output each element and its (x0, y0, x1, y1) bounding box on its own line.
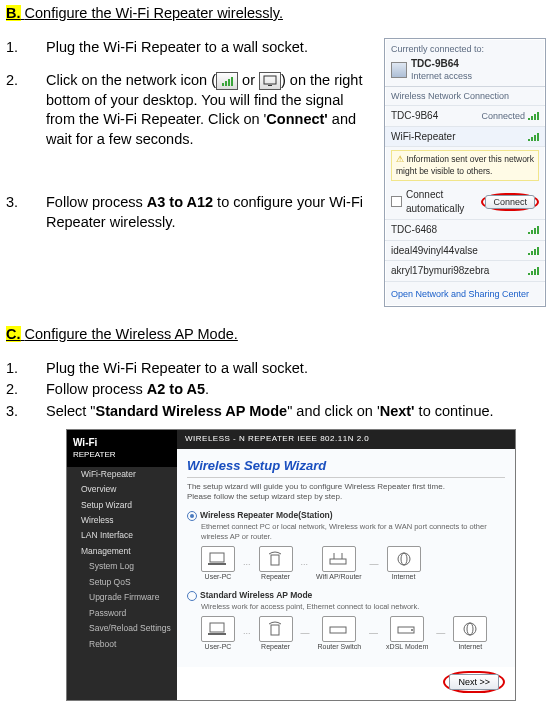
primary-network-status: Internet access (411, 70, 539, 82)
network-flyout: Currently connected to: TDC-9B64 Interne… (384, 38, 546, 308)
section-c-title: C. Configure the Wireless AP Mode. (6, 325, 546, 345)
wireless-section-label: Wireless Network Connection (385, 87, 545, 106)
step-c3: 3. Select "Standard Wireless AP Mode" an… (6, 402, 546, 422)
svg-rect-11 (208, 633, 226, 635)
signal-bars-icon (528, 226, 539, 234)
wifi-item-repeater[interactable]: WiFi-Repeater (385, 127, 545, 148)
svg-rect-3 (208, 563, 226, 565)
sidebar-item[interactable]: WiFi-Repeater (67, 467, 177, 482)
repeater-icon (259, 546, 293, 572)
svg-rect-10 (210, 623, 224, 632)
signal-bars-icon (216, 72, 238, 90)
primary-network-name: TDC-9B64 (411, 57, 539, 71)
step-b1: 1. Plug the Wi-Fi Repeater to a wall soc… (6, 38, 374, 58)
security-warning: ⚠ Information sent over this network mig… (391, 150, 539, 181)
svg-point-9 (401, 553, 407, 565)
signal-bars-icon (528, 112, 539, 120)
wifi-item-other[interactable]: ideal49vinyl44valse (385, 241, 545, 262)
sidebar-item[interactable]: LAN Interface (67, 528, 177, 543)
step-c1: 1. Plug the Wi-Fi Repeater to a wall soc… (6, 359, 546, 379)
sidebar-item[interactable]: Setup Wizard (67, 498, 177, 513)
section-b-text: Configure the Wi-Fi Repeater wirelessly. (25, 5, 283, 21)
mode-ap[interactable]: Standard Wireless AP Mode Wireless work … (187, 589, 505, 611)
signal-bars-icon (528, 247, 539, 255)
sidebar-subitem[interactable]: Password (67, 606, 177, 621)
step-c2: 2. Follow process A2 to A5. (6, 380, 546, 400)
signal-bars-icon (528, 267, 539, 275)
radio-icon[interactable] (187, 591, 197, 601)
diagram-row-2: User-PC ··· Repeater — Router Switch — x… (201, 616, 505, 651)
svg-rect-12 (271, 625, 279, 635)
svg-rect-4 (271, 555, 279, 565)
sidebar-subitem[interactable]: Save/Reload Settings (67, 621, 177, 636)
sidebar-item[interactable]: Overview (67, 482, 177, 497)
diagram-row-1: User-PC ··· Repeater ··· Wifi AP/Router … (201, 546, 505, 581)
mode-repeater[interactable]: Wireless Repeater Mode(Station) Ethernet… (187, 509, 505, 542)
auto-connect-checkbox[interactable] (391, 196, 402, 207)
switch-icon (322, 616, 356, 642)
svg-point-17 (467, 623, 473, 635)
sidebar-subitem[interactable]: System Log (67, 559, 177, 574)
radio-icon[interactable] (187, 511, 197, 521)
sidebar-item[interactable]: Wireless (67, 513, 177, 528)
sidebar-subitem[interactable]: Reboot (67, 637, 177, 652)
svg-point-8 (398, 553, 410, 565)
wizard-screenshot: Wi-Fi REPEATER WiFi-Repeater Overview Se… (66, 429, 516, 701)
wizard-header-bar: WIRELESS - N REPEATER IEEE 802.11N 2.0 (177, 430, 515, 449)
wizard-desc: The setup wizard will guide you to confi… (187, 482, 505, 504)
section-c-tag: C. (6, 326, 21, 342)
repeater-icon (259, 616, 293, 642)
section-b-tag: B. (6, 5, 21, 21)
laptop-icon (201, 546, 235, 572)
router-icon (322, 546, 356, 572)
globe-icon (387, 546, 421, 572)
sidebar-subitem[interactable]: Setup QoS (67, 575, 177, 590)
svg-rect-5 (330, 559, 346, 564)
wifi-item-connected[interactable]: TDC-9B64 Connected (385, 106, 545, 127)
laptop-icon (201, 616, 235, 642)
shield-icon: ⚠ (396, 154, 406, 164)
wifi-repeater-logo: Wi-Fi REPEATER (67, 430, 177, 466)
svg-rect-13 (330, 627, 346, 633)
connect-row: Connect automatically Connect (385, 184, 545, 220)
sidebar-subitem[interactable]: Upgrade Firmware (67, 590, 177, 605)
wifi-item-other[interactable]: TDC-6468 (385, 220, 545, 241)
step-b3: 3. Follow process A3 to A12 to configure… (6, 193, 374, 232)
svg-rect-0 (264, 76, 276, 84)
highlight-oval: Next >> (443, 671, 505, 693)
section-b-title: B. Configure the Wi-Fi Repeater wireless… (6, 4, 546, 24)
svg-rect-2 (210, 553, 224, 562)
highlight-oval: Connect (481, 193, 539, 211)
signal-bars-icon (528, 133, 539, 141)
modem-icon (390, 616, 424, 642)
monitor-icon (259, 72, 281, 90)
sidebar-item[interactable]: Management (67, 544, 177, 559)
wifi-item-other[interactable]: akryl17bymuri98zebra (385, 261, 545, 282)
next-button[interactable]: Next >> (449, 674, 499, 690)
svg-rect-1 (268, 85, 272, 86)
wizard-sidebar: Wi-Fi REPEATER WiFi-Repeater Overview Se… (67, 430, 177, 700)
open-sharing-center-link[interactable]: Open Network and Sharing Center (385, 282, 545, 306)
wizard-title: Wireless Setup Wizard (187, 457, 505, 478)
svg-point-15 (411, 629, 413, 631)
network-globe-icon (391, 62, 407, 78)
svg-point-16 (464, 623, 476, 635)
step-b2: 2. Click on the network icon ( or ) on t… (6, 71, 374, 149)
globe-icon (453, 616, 487, 642)
connect-button[interactable]: Connect (485, 195, 535, 209)
connected-to-label: Currently connected to: (391, 43, 539, 55)
section-c-text: Configure the Wireless AP Mode. (25, 326, 238, 342)
